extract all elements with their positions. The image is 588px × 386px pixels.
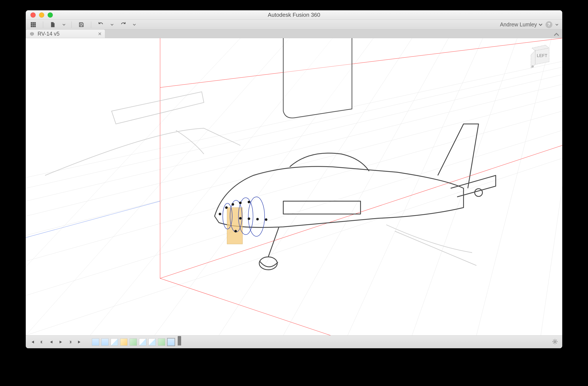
save-button[interactable] <box>78 21 85 28</box>
tab-label: RV-14 v5 <box>38 31 60 37</box>
svg-rect-5 <box>34 24 36 25</box>
history-warning-1[interactable] <box>120 338 127 346</box>
svg-rect-1 <box>33 22 34 24</box>
svg-rect-8 <box>34 25 36 27</box>
viewcube-face-label: LEFT <box>537 53 547 58</box>
file-menu-button[interactable] <box>49 21 56 28</box>
main-toolbar: Andrew Lumley ? <box>26 20 562 30</box>
svg-line-30 <box>26 201 160 238</box>
play-icon <box>58 340 63 344</box>
svg-point-51 <box>554 341 556 343</box>
user-menu-button[interactable]: Andrew Lumley <box>500 21 543 28</box>
svg-line-25 <box>348 38 483 335</box>
svg-point-42 <box>239 217 242 220</box>
user-name-label: Andrew Lumley <box>500 21 537 28</box>
history-sketch-2[interactable] <box>139 338 146 346</box>
svg-rect-10 <box>80 25 83 27</box>
chevron-down-icon[interactable] <box>63 23 65 26</box>
svg-point-45 <box>265 218 267 221</box>
svg-point-41 <box>248 201 250 203</box>
svg-rect-2 <box>34 22 36 24</box>
gear-icon <box>552 339 558 345</box>
svg-rect-7 <box>33 25 34 27</box>
svg-line-11 <box>26 158 562 335</box>
svg-rect-4 <box>33 24 34 25</box>
svg-line-13 <box>26 111 562 261</box>
svg-line-28 <box>541 38 562 335</box>
file-icon <box>50 22 56 28</box>
document-tab[interactable]: RV-14 v5 × <box>26 29 105 38</box>
step-back-icon <box>40 340 44 344</box>
skip-end-icon <box>77 340 82 344</box>
svg-rect-9 <box>80 22 82 24</box>
undo-icon <box>98 22 104 28</box>
timeline-history <box>92 337 181 347</box>
svg-line-29 <box>160 278 331 335</box>
ribbon-collapse-button[interactable] <box>554 32 559 38</box>
svg-rect-6 <box>31 25 32 27</box>
skip-start-icon <box>30 340 35 344</box>
chevron-down-icon[interactable] <box>133 23 136 26</box>
history-sketch-4[interactable] <box>168 338 175 346</box>
component-icon <box>29 31 35 37</box>
window-title: Autodesk Fusion 360 <box>26 12 562 18</box>
help-button[interactable]: ? <box>546 21 552 28</box>
history-plane-1[interactable] <box>130 338 137 346</box>
titlebar: Autodesk Fusion 360 <box>26 10 562 20</box>
play-reverse-icon <box>49 340 54 344</box>
svg-point-50 <box>532 65 534 68</box>
svg-line-12 <box>26 130 562 295</box>
svg-point-43 <box>248 217 250 220</box>
svg-point-37 <box>219 213 221 215</box>
svg-point-40 <box>239 202 242 204</box>
model-viewport[interactable]: LEFT <box>26 38 562 335</box>
history-canvas-2[interactable] <box>101 338 109 346</box>
timeline-step-back-button[interactable] <box>38 338 45 346</box>
data-panel-button[interactable] <box>30 21 37 28</box>
timeline-bar <box>26 335 562 348</box>
history-sketch-1[interactable] <box>111 338 118 346</box>
svg-line-26 <box>412 38 517 335</box>
timeline-end-button[interactable] <box>76 338 83 346</box>
history-plane-2[interactable] <box>158 338 165 346</box>
svg-point-39 <box>231 203 234 206</box>
svg-rect-3 <box>31 24 32 25</box>
undo-button[interactable] <box>97 21 105 28</box>
svg-point-46 <box>234 230 237 232</box>
svg-line-19 <box>26 38 240 335</box>
svg-point-36 <box>248 197 265 236</box>
history-canvas-1[interactable] <box>92 338 99 346</box>
app-window: Autodesk Fusion 360 <box>26 10 562 348</box>
timeline-play-button[interactable] <box>57 338 64 346</box>
redo-icon <box>120 22 126 28</box>
svg-point-32 <box>475 189 483 196</box>
save-icon <box>78 22 84 28</box>
tab-close-button[interactable]: × <box>98 31 102 37</box>
chevron-down-icon <box>539 23 543 27</box>
timeline-settings-button[interactable] <box>552 339 558 345</box>
svg-point-44 <box>256 218 259 220</box>
chevron-down-icon[interactable] <box>110 23 113 26</box>
svg-point-38 <box>225 206 228 209</box>
svg-line-27 <box>476 38 551 335</box>
document-tabstrip: RV-14 v5 × <box>26 30 562 38</box>
active-sketch-plane[interactable] <box>227 208 243 244</box>
history-sketch-3[interactable] <box>148 338 156 346</box>
timeline-playhead[interactable] <box>178 336 181 346</box>
svg-line-20 <box>26 38 290 335</box>
timeline-start-button[interactable] <box>29 338 36 346</box>
svg-rect-0 <box>31 22 32 24</box>
redo-button[interactable] <box>120 21 127 28</box>
step-forward-icon <box>68 340 73 344</box>
view-cube[interactable]: LEFT <box>529 44 554 70</box>
question-icon: ? <box>547 22 550 27</box>
chevron-down-icon[interactable] <box>555 23 558 26</box>
timeline-step-fwd-button[interactable] <box>66 338 74 346</box>
grid-icon <box>30 22 36 28</box>
timeline-play-back-button[interactable] <box>48 338 55 346</box>
